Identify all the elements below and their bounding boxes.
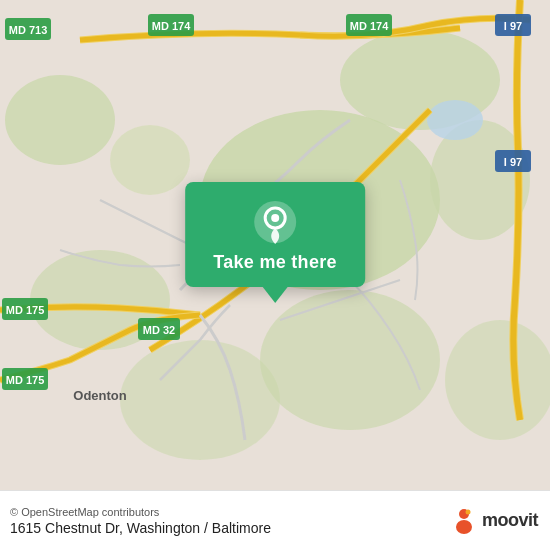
bottom-bar: © OpenStreetMap contributors 1615 Chestn… bbox=[0, 490, 550, 550]
svg-point-8 bbox=[445, 320, 550, 440]
svg-text:I 97: I 97 bbox=[504, 20, 522, 32]
moovit-wordmark: moovit bbox=[482, 510, 538, 531]
moovit-icon bbox=[450, 507, 478, 535]
popup-card[interactable]: Take me there bbox=[185, 182, 365, 287]
take-me-there-button[interactable]: Take me there bbox=[213, 252, 337, 273]
bottom-left-info: © OpenStreetMap contributors 1615 Chestn… bbox=[10, 506, 271, 536]
moovit-logo: moovit bbox=[450, 507, 538, 535]
svg-text:I 97: I 97 bbox=[504, 156, 522, 168]
svg-point-30 bbox=[271, 214, 279, 222]
svg-point-7 bbox=[260, 290, 440, 430]
svg-point-6 bbox=[120, 340, 280, 460]
svg-text:MD 175: MD 175 bbox=[6, 304, 45, 316]
svg-text:MD 32: MD 32 bbox=[143, 324, 175, 336]
svg-point-32 bbox=[456, 520, 472, 534]
svg-text:MD 713: MD 713 bbox=[9, 24, 48, 36]
svg-text:MD 174: MD 174 bbox=[152, 20, 191, 32]
svg-point-4 bbox=[5, 75, 115, 165]
svg-text:MD 174: MD 174 bbox=[350, 20, 389, 32]
svg-text:Odenton: Odenton bbox=[73, 388, 126, 403]
location-popup: Take me there bbox=[185, 182, 365, 287]
address-label: 1615 Chestnut Dr, Washington / Baltimore bbox=[10, 520, 271, 536]
osm-attribution: © OpenStreetMap contributors bbox=[10, 506, 271, 518]
svg-point-9 bbox=[110, 125, 190, 195]
location-pin-icon bbox=[253, 200, 297, 244]
svg-text:MD 175: MD 175 bbox=[6, 374, 45, 386]
svg-point-10 bbox=[427, 100, 483, 140]
svg-point-33 bbox=[465, 509, 470, 514]
map-view[interactable]: MD 713 MD 174 MD 174 I 97 I 97 MD 175 MD… bbox=[0, 0, 550, 490]
